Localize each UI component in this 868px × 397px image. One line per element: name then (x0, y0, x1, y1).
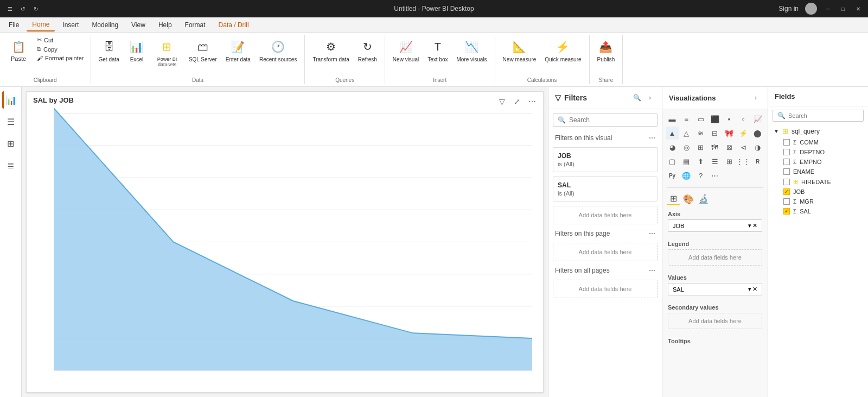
viz-area-chart[interactable]: ▲ (666, 127, 679, 140)
field-checkbox-job[interactable]: ✓ (783, 188, 790, 195)
viz-legend-add-field[interactable]: Add data fields here (668, 249, 762, 266)
publish-button[interactable]: 📤 Publish (594, 36, 618, 65)
viz-qna[interactable]: ? (694, 169, 707, 182)
powerbi-datasets-button[interactable]: ⊞ Power BI datasets (151, 36, 183, 70)
field-item-empno[interactable]: Σ EMPNO (768, 157, 868, 167)
field-checkbox-ename[interactable] (783, 168, 790, 175)
viz-arcgis[interactable]: 🌐 (680, 169, 693, 182)
viz-slicer[interactable]: ☰ (709, 155, 722, 168)
viz-donut[interactable]: ◎ (680, 141, 693, 154)
viz-stacked-column[interactable]: ▪ (723, 112, 736, 125)
cut-button[interactable]: ✂ Cut (35, 36, 55, 44)
sql-server-button[interactable]: 🗃 SQL Server (186, 36, 220, 65)
filters-nav-btn[interactable]: › (644, 92, 655, 103)
maximize-btn[interactable]: □ (839, 4, 847, 13)
viz-values-dropdown[interactable]: ▾ (748, 286, 751, 293)
field-checkbox-comm[interactable] (783, 139, 790, 146)
menu-data-drill[interactable]: Data / Drill (213, 19, 254, 31)
filters-page-more[interactable]: ⋯ (649, 230, 655, 237)
redo-btn[interactable]: ↻ (31, 4, 40, 13)
quick-measure-button[interactable]: ⚡ Quick measure (541, 36, 584, 65)
undo-btn[interactable]: ↺ (18, 4, 27, 13)
viz-scatter[interactable]: ⬤ (751, 127, 764, 140)
viz-analytics-icon[interactable]: 🔬 (697, 192, 710, 205)
field-item-job[interactable]: ✓ JOB (768, 187, 868, 197)
text-box-button[interactable]: T Text box (424, 36, 451, 65)
field-checkbox-sal[interactable]: ✓ (783, 208, 790, 215)
menu-help[interactable]: Help (153, 19, 177, 31)
focus-mode-btn[interactable]: ⤢ (510, 95, 524, 108)
field-item-deptno[interactable]: Σ DEPTNO (768, 147, 868, 157)
field-checkbox-hiredate[interactable] (783, 179, 790, 185)
field-item-comm[interactable]: Σ COMM (768, 137, 868, 147)
viz-axis-remove[interactable]: ✕ (752, 222, 757, 229)
minimize-btn[interactable]: ─ (824, 4, 832, 13)
filters-add-fields-visual[interactable]: Add data fields here (553, 206, 658, 224)
filter-card-sal[interactable]: SAL is (All) (553, 177, 658, 201)
filters-search-input[interactable] (569, 116, 653, 124)
format-painter-button[interactable]: 🖌 Format painter (35, 54, 86, 62)
viz-axis-value[interactable]: JOB ▾ ✕ (668, 219, 762, 232)
viz-r-visual[interactable]: R (751, 155, 764, 168)
viz-more[interactable]: ⋯ (709, 169, 722, 182)
menu-format[interactable]: Format (180, 19, 211, 31)
viz-stacked-area[interactable]: △ (680, 127, 693, 140)
menu-home[interactable]: Home (27, 18, 55, 31)
more-options-btn[interactable]: ⋯ (526, 95, 539, 108)
field-table-sql-query[interactable]: ▼ ⊞ sql_query (768, 125, 868, 137)
fields-search-input[interactable] (788, 112, 863, 119)
menu-modeling[interactable]: Modeling (86, 19, 124, 31)
viz-format-icon[interactable]: 🎨 (682, 192, 695, 205)
copy-button[interactable]: ⧉ Copy (35, 45, 60, 53)
viz-secondary-values-add-field[interactable]: Add data fields here (668, 313, 762, 329)
viz-clustered-column[interactable]: ⬛ (709, 112, 722, 125)
report-view-icon[interactable]: 📊 (2, 91, 20, 109)
new-measure-button[interactable]: 📐 New measure (500, 36, 540, 65)
filters-search-box[interactable]: 🔍 (553, 114, 658, 127)
viz-funnel[interactable]: ⊲ (737, 141, 750, 154)
user-avatar[interactable] (805, 3, 817, 15)
viz-stacked-bar-100[interactable]: ▭ (694, 112, 707, 125)
filters-search-toggle[interactable]: 🔍 (631, 92, 642, 103)
viz-waterfall[interactable]: ⚡ (737, 127, 750, 140)
more-visuals-button[interactable]: 📉 More visuals (453, 36, 490, 65)
fields-search-box[interactable]: 🔍 (773, 110, 864, 122)
viz-card[interactable]: ▢ (666, 155, 679, 168)
menu-icon[interactable]: ☰ (5, 4, 14, 13)
viz-clustered-bar[interactable]: ≡ (680, 112, 693, 125)
viz-axis-dropdown[interactable]: ▾ (748, 222, 751, 229)
transform-data-button[interactable]: ⚙ Transform data (309, 36, 352, 65)
filters-visual-more[interactable]: ⋯ (649, 134, 655, 142)
field-item-ename[interactable]: ENAME (768, 167, 868, 177)
filter-visual-btn[interactable]: ▽ (495, 95, 508, 108)
viz-line-chart[interactable]: 📈 (751, 112, 764, 125)
viz-pie[interactable]: ◕ (666, 141, 679, 154)
enter-data-button[interactable]: 📝 Enter data (222, 36, 254, 65)
viz-nav-btn[interactable]: › (750, 92, 761, 103)
get-data-button[interactable]: 🗄 Get data (95, 36, 123, 65)
viz-gauge[interactable]: ◑ (751, 141, 764, 154)
new-visual-button[interactable]: 📈 New visual (390, 36, 422, 65)
viz-line-clustered[interactable]: ≋ (694, 127, 707, 140)
viz-matrix[interactable]: ⋮⋮ (737, 155, 750, 168)
filters-add-fields-all[interactable]: Add data fields here (553, 280, 658, 298)
viz-line-stacked[interactable]: ⊟ (709, 127, 722, 140)
viz-fields-icon[interactable]: ⊞ (667, 192, 680, 205)
viz-values-value[interactable]: SAL ▾ ✕ (668, 283, 762, 295)
recent-sources-button[interactable]: 🕐 Recent sources (256, 36, 300, 65)
data-view-icon[interactable]: ☰ (2, 113, 20, 130)
viz-ribbon[interactable]: 🎀 (723, 127, 736, 140)
refresh-button[interactable]: ↻ Refresh (355, 36, 380, 65)
viz-python[interactable]: Py (666, 169, 679, 182)
close-btn[interactable]: ✕ (854, 4, 863, 13)
filters-add-fields-page[interactable]: Add data fields here (553, 243, 658, 261)
viz-filled-map[interactable]: ⊠ (723, 141, 736, 154)
filters-all-pages-more[interactable]: ⋯ (649, 267, 655, 274)
viz-map[interactable]: 🗺 (709, 141, 722, 154)
field-item-hiredate[interactable]: ⊞ HIREDATE (768, 177, 868, 187)
viz-values-remove[interactable]: ✕ (752, 286, 757, 293)
filter-card-job[interactable]: JOB is (All) (553, 147, 658, 172)
paste-button[interactable]: 📋 Paste (4, 36, 33, 64)
viz-multi-row-card[interactable]: ▤ (680, 155, 693, 168)
viz-table[interactable]: ⊞ (723, 155, 736, 168)
